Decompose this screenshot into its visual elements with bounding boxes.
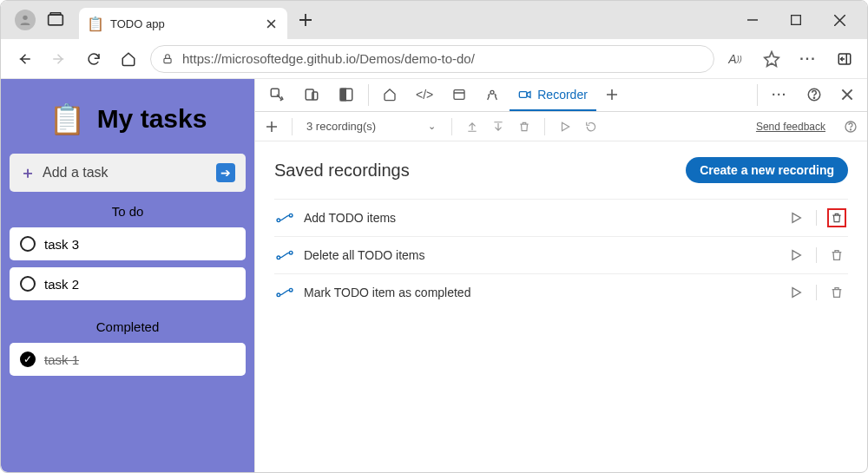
todo-section-label: To do bbox=[10, 199, 246, 220]
read-aloud-icon[interactable]: A)) bbox=[723, 47, 747, 71]
svg-point-17 bbox=[850, 128, 851, 129]
play-recording-icon[interactable] bbox=[786, 208, 806, 227]
sources-tab-icon[interactable] bbox=[477, 79, 508, 111]
play-icon[interactable] bbox=[556, 117, 575, 136]
elements-tab-icon[interactable]: </> bbox=[407, 79, 442, 111]
saved-recordings-title: Saved recordings bbox=[274, 161, 410, 181]
recorder-tab-label: Recorder bbox=[537, 88, 588, 102]
address-bar[interactable]: https://microsoftedge.github.io/Demos/de… bbox=[150, 45, 714, 73]
export-icon[interactable] bbox=[463, 117, 482, 136]
recordings-count-label: 3 recording(s) bbox=[306, 120, 376, 133]
devtools-pane: </> Recorder ··· bbox=[254, 79, 867, 472]
console-tab-icon[interactable] bbox=[444, 79, 475, 111]
favorite-star-icon[interactable] bbox=[760, 47, 784, 71]
svg-point-23 bbox=[289, 288, 293, 292]
task-label: task 1 bbox=[44, 352, 79, 367]
home-button[interactable] bbox=[115, 46, 141, 72]
more-tabs-button[interactable] bbox=[598, 79, 626, 111]
plus-icon: ＋ bbox=[20, 162, 36, 183]
svg-point-18 bbox=[277, 219, 280, 222]
add-task-submit-icon[interactable]: ➔ bbox=[216, 163, 235, 182]
task-row-completed[interactable]: ✓ task 1 bbox=[10, 343, 246, 376]
task-label: task 2 bbox=[44, 277, 79, 292]
create-recording-button[interactable]: Create a new recording bbox=[686, 157, 848, 183]
svg-point-15 bbox=[813, 97, 814, 98]
svg-rect-11 bbox=[454, 89, 464, 99]
recordings-dropdown[interactable]: 3 recording(s) ⌄ bbox=[303, 120, 441, 133]
play-recording-icon[interactable] bbox=[786, 246, 806, 265]
new-tab-button[interactable] bbox=[293, 7, 319, 33]
recorder-toolbar: 3 recording(s) ⌄ Send feedback bbox=[255, 112, 867, 141]
play-recording-icon[interactable] bbox=[786, 283, 806, 302]
todo-app-pane: 📋 My tasks ＋ Add a task ➔ To do task 3 t… bbox=[1, 79, 254, 472]
window-maximize-button[interactable] bbox=[784, 8, 808, 32]
tab-title: TODO app bbox=[110, 17, 256, 30]
recording-row[interactable]: Mark TODO item as completed bbox=[274, 273, 848, 311]
browser-tab[interactable]: 📋 TODO app bbox=[79, 8, 287, 39]
tab-close-button[interactable] bbox=[263, 16, 279, 31]
flow-icon bbox=[276, 286, 293, 299]
recording-row[interactable]: Add TODO items bbox=[274, 199, 848, 236]
recorder-tab[interactable]: Recorder bbox=[510, 79, 596, 111]
svg-rect-3 bbox=[792, 16, 801, 25]
window-titlebar: 📋 TODO app bbox=[1, 1, 867, 39]
back-button[interactable] bbox=[11, 46, 37, 72]
task-row[interactable]: task 2 bbox=[10, 267, 246, 300]
svg-rect-4 bbox=[164, 58, 171, 62]
replay-settings-icon[interactable] bbox=[582, 117, 601, 136]
refresh-button[interactable] bbox=[81, 46, 107, 72]
devtools-close-icon[interactable] bbox=[832, 79, 862, 111]
import-icon[interactable] bbox=[489, 117, 508, 136]
svg-rect-13 bbox=[520, 91, 528, 97]
device-emulation-icon[interactable] bbox=[295, 79, 328, 111]
recording-name: Mark TODO item as completed bbox=[304, 286, 470, 299]
svg-rect-2 bbox=[50, 13, 61, 15]
tab-actions-icon[interactable] bbox=[44, 10, 67, 30]
delete-icon[interactable] bbox=[515, 117, 534, 136]
profile-avatar-icon[interactable] bbox=[15, 10, 36, 30]
task-radio-icon[interactable] bbox=[20, 236, 36, 252]
svg-point-12 bbox=[490, 90, 494, 94]
devtools-more-icon[interactable]: ··· bbox=[763, 79, 796, 111]
app-title: My tasks bbox=[97, 104, 207, 134]
svg-rect-10 bbox=[340, 89, 345, 101]
svg-point-20 bbox=[277, 256, 280, 259]
svg-point-19 bbox=[289, 214, 293, 217]
completed-section-label: Completed bbox=[10, 314, 246, 336]
chevron-down-icon: ⌄ bbox=[428, 121, 436, 132]
svg-point-21 bbox=[289, 251, 293, 254]
tab-favicon-clipboard-icon: 📋 bbox=[88, 15, 103, 32]
forward-button[interactable] bbox=[46, 46, 72, 72]
svg-point-0 bbox=[23, 16, 27, 20]
window-close-button[interactable] bbox=[827, 8, 852, 32]
sidebar-toggle-icon[interactable] bbox=[832, 47, 857, 71]
dock-side-icon[interactable] bbox=[330, 79, 363, 111]
browser-toolbar: https://microsoftedge.github.io/Demos/de… bbox=[1, 39, 867, 79]
task-label: task 3 bbox=[44, 237, 79, 252]
send-feedback-link[interactable]: Send feedback bbox=[756, 121, 825, 133]
delete-recording-icon[interactable] bbox=[827, 283, 846, 302]
new-recording-plus-icon[interactable] bbox=[262, 117, 281, 136]
welcome-tab-icon[interactable] bbox=[374, 79, 405, 111]
recordings-list: Add TODO items Delete all TODO items bbox=[255, 190, 867, 319]
add-task-label: Add a task bbox=[43, 165, 108, 181]
devtools-help-icon[interactable] bbox=[798, 79, 831, 111]
devtools-tab-strip: </> Recorder ··· bbox=[255, 79, 867, 112]
recording-row[interactable]: Delete all TODO items bbox=[274, 236, 848, 273]
site-lock-icon bbox=[161, 53, 174, 65]
window-minimize-button[interactable] bbox=[740, 8, 765, 32]
recording-name: Delete all TODO items bbox=[304, 248, 425, 262]
toolbar-help-icon[interactable] bbox=[841, 117, 860, 136]
task-checked-icon[interactable]: ✓ bbox=[20, 351, 36, 367]
browser-menu-icon[interactable]: ··· bbox=[796, 47, 820, 71]
delete-recording-icon[interactable] bbox=[827, 246, 846, 265]
task-row[interactable]: task 3 bbox=[10, 227, 246, 260]
add-task-card[interactable]: ＋ Add a task ➔ bbox=[10, 154, 246, 192]
inspect-element-icon[interactable] bbox=[260, 79, 293, 111]
flow-icon bbox=[276, 249, 293, 261]
task-radio-icon[interactable] bbox=[20, 276, 36, 292]
svg-point-22 bbox=[277, 293, 280, 297]
flow-icon bbox=[276, 212, 293, 224]
address-url: https://microsoftedge.github.io/Demos/de… bbox=[182, 51, 475, 66]
delete-recording-icon[interactable] bbox=[827, 208, 846, 227]
